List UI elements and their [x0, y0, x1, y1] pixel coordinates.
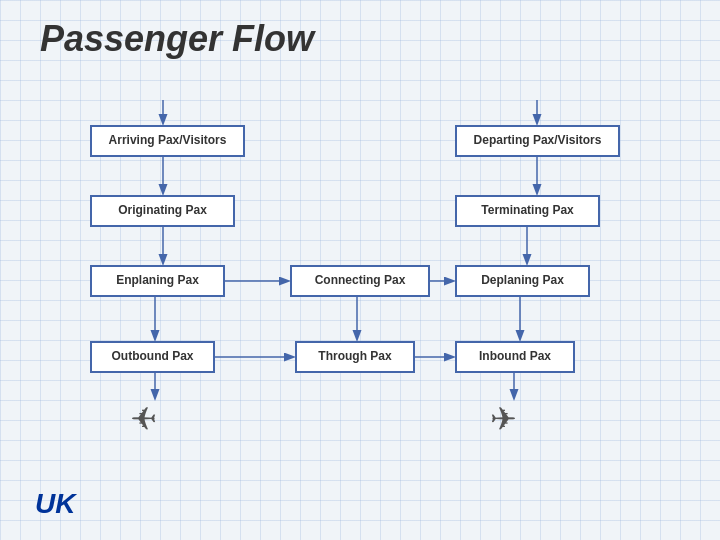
through-pax-box: Through Pax [295, 341, 415, 373]
airplane-right-icon: ✈ [490, 400, 517, 438]
arriving-pax-box: Arriving Pax/Visitors [90, 125, 245, 157]
airplane-left-icon: ✈ [130, 400, 157, 438]
originating-pax-box: Originating Pax [90, 195, 235, 227]
enplaning-pax-box: Enplaning Pax [90, 265, 225, 297]
terminating-pax-box: Terminating Pax [455, 195, 600, 227]
deplaning-pax-box: Deplaning Pax [455, 265, 590, 297]
page-title: Passenger Flow [40, 18, 314, 60]
departing-pax-box: Departing Pax/Visitors [455, 125, 620, 157]
outbound-pax-box: Outbound Pax [90, 341, 215, 373]
uk-logo: UK [35, 488, 75, 520]
connecting-pax-box: Connecting Pax [290, 265, 430, 297]
inbound-pax-box: Inbound Pax [455, 341, 575, 373]
